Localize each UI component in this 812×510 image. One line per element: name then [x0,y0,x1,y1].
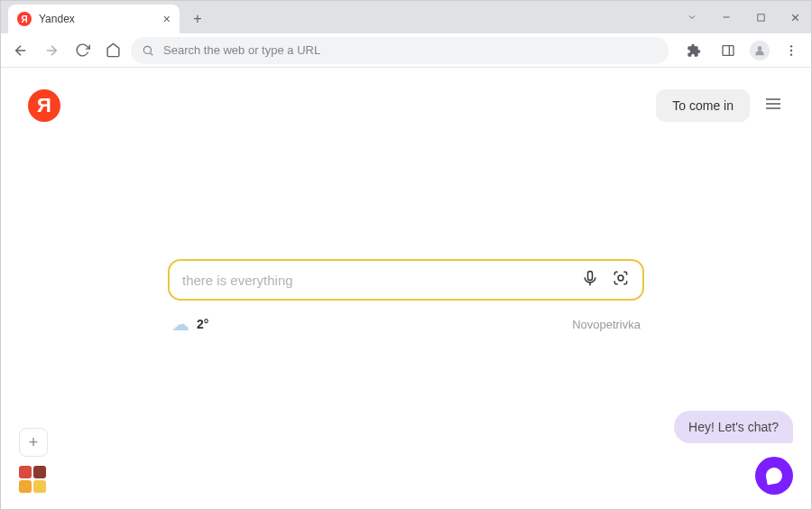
svg-line-7 [151,52,153,55]
weather-widget[interactable]: ☁ 2° [171,313,208,335]
chat-bubble[interactable]: Hey! Let's chat? [674,411,793,443]
home-button[interactable] [100,38,125,63]
add-shortcut-button[interactable]: + [19,428,48,457]
reload-button[interactable] [69,38,95,63]
alice-assistant-button[interactable] [755,457,793,495]
cloud-icon: ☁ [171,313,189,335]
svg-rect-1 [757,14,763,20]
address-bar-placeholder: Search the web or type a URL [163,43,320,57]
back-button[interactable] [8,38,33,63]
browser-toolbar: Search the web or type a URL [1,33,811,68]
close-tab-icon[interactable]: × [163,12,171,26]
kebab-menu-icon[interactable] [779,38,804,63]
yandex-logo[interactable]: Я [28,89,60,122]
search-input[interactable] [182,273,572,288]
close-window-icon[interactable] [784,6,806,28]
alice-icon [765,467,784,486]
login-button[interactable]: To come in [656,89,750,122]
search-icon [142,44,154,57]
side-panel-icon[interactable] [715,38,741,63]
minimize-icon[interactable] [715,6,737,28]
chevron-down-icon[interactable] [681,6,703,28]
profile-avatar[interactable] [750,41,770,60]
location-label[interactable]: Novopetrivka [572,318,641,331]
window-controls [681,1,806,33]
svg-rect-8 [723,45,734,55]
svg-point-19 [618,275,623,281]
svg-point-12 [790,49,792,51]
page-content: Я To come in ☁ 2° N [1,68,811,510]
svg-point-13 [790,53,792,55]
browser-tab[interactable]: Я Yandex × [8,5,180,33]
new-tab-button[interactable]: + [185,6,210,32]
logo-letter: Я [37,94,51,117]
image-search-icon[interactable] [612,269,630,291]
search-area: ☁ 2° Novopetrivka [168,259,644,335]
services-grid-icon[interactable] [19,466,48,493]
temperature: 2° [197,317,208,331]
forward-button[interactable] [39,38,64,63]
maximize-icon[interactable] [750,6,771,28]
browser-titlebar: Я Yandex × + [1,1,811,33]
svg-point-10 [758,46,762,51]
extensions-icon[interactable] [681,38,706,63]
search-box[interactable] [168,259,644,301]
svg-rect-17 [588,272,593,281]
bottom-left-controls: + [19,428,48,493]
svg-point-11 [790,45,792,47]
tab-title: Yandex [39,13,75,25]
hamburger-menu-icon[interactable] [762,93,784,118]
address-bar[interactable]: Search the web or type a URL [131,37,669,64]
svg-point-6 [143,46,151,53]
voice-search-icon[interactable] [581,269,599,291]
tab-favicon: Я [17,12,32,26]
below-search-row: ☁ 2° Novopetrivka [168,313,644,335]
page-header: Я To come in [1,68,811,122]
